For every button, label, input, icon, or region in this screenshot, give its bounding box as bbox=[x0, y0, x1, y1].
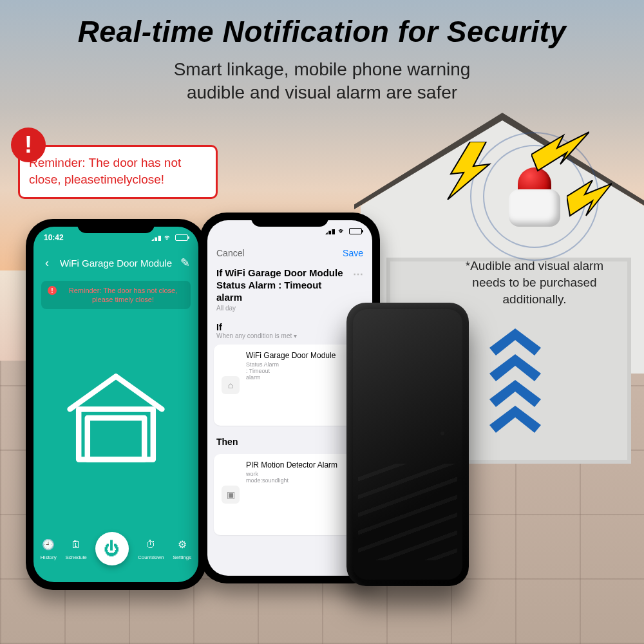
headline: Real-time Notification for Security bbox=[0, 14, 644, 49]
battery-icon bbox=[349, 228, 362, 234]
siren-note: *Audible and visual alarm needs to be pu… bbox=[451, 258, 618, 308]
alert-icon: ! bbox=[48, 286, 57, 295]
app-header: ‹ WiFi Garage Door Module ✎ bbox=[33, 249, 198, 277]
if-condition-card[interactable]: ⌂ WiFi Garage Door Module Status Alarm :… bbox=[214, 345, 366, 426]
lightning-icon bbox=[444, 142, 496, 200]
lightning-icon bbox=[531, 126, 589, 177]
svg-marker-4 bbox=[489, 380, 541, 407]
wifi-icon: ᯤ bbox=[338, 227, 346, 236]
signal-icon bbox=[325, 228, 335, 234]
svg-marker-6 bbox=[489, 328, 541, 355]
svg-marker-5 bbox=[489, 354, 541, 381]
settings-icon: ⚙ bbox=[175, 538, 189, 552]
nav-settings[interactable]: ⚙ Settings bbox=[173, 538, 191, 560]
svg-marker-3 bbox=[489, 406, 541, 433]
svg-marker-0 bbox=[448, 142, 489, 200]
sensor-device bbox=[346, 303, 469, 586]
card-title: WiFi Garage Door Module bbox=[246, 351, 348, 360]
subline-1: Smart linkage, mobile phone warning bbox=[174, 59, 471, 79]
garage-icon: ⌂ bbox=[222, 376, 240, 394]
svg-rect-8 bbox=[88, 418, 144, 460]
alert-banner: ! Reminder: The door has not close, plea… bbox=[41, 281, 191, 309]
alert-text: Reminder: The door has not close, please… bbox=[62, 286, 184, 304]
lightning-icon bbox=[567, 180, 612, 225]
back-button[interactable]: ‹ bbox=[37, 253, 57, 272]
card-sub: work mode:soundlight bbox=[246, 471, 281, 529]
automation-title-text: If WiFi Garage Door Module Status Alarm … bbox=[216, 267, 349, 303]
svg-marker-2 bbox=[567, 180, 612, 216]
bottom-nav: 🕘 History 🗓 Schedule ⏻ ⏱ Countdown ⚙ Set… bbox=[33, 527, 198, 582]
wifi-icon: 󠀠ᯤ bbox=[164, 233, 172, 242]
then-action-card[interactable]: ▣ PIR Motion Detector Alarm work mode:so… bbox=[214, 454, 366, 535]
nav-label: Schedule bbox=[65, 554, 86, 560]
if-label: If bbox=[216, 322, 297, 332]
signal-icon bbox=[151, 234, 161, 241]
nav-history[interactable]: 🕘 History bbox=[41, 538, 57, 560]
nav-schedule[interactable]: 🗓 Schedule bbox=[65, 538, 86, 560]
if-sublabel[interactable]: When any condition is met ▾ bbox=[216, 332, 297, 339]
subline-2: audible and visual alarm are safer bbox=[187, 82, 457, 102]
svg-marker-1 bbox=[531, 132, 589, 171]
automation-title: If WiFi Garage Door Module Status Alarm … bbox=[207, 264, 372, 303]
status-time: 10:42 bbox=[44, 233, 64, 242]
more-button[interactable]: ⋯ bbox=[353, 268, 363, 280]
history-icon: 🕘 bbox=[41, 538, 55, 552]
subheadline: Smart linkage, mobile phone warning audi… bbox=[0, 58, 644, 104]
garage-icon[interactable] bbox=[33, 309, 198, 527]
edit-button[interactable]: ✎ bbox=[175, 253, 194, 272]
nav-label: Settings bbox=[173, 554, 191, 560]
pir-icon: ▣ bbox=[222, 486, 240, 504]
nav-label: Countdown bbox=[138, 554, 164, 560]
nav-label: History bbox=[41, 554, 57, 560]
phone-device-app: 10:42 󠀠ᯤ ‹ WiFi Garage Door Module ✎ ! R… bbox=[26, 219, 206, 590]
save-button[interactable]: Save bbox=[343, 248, 363, 258]
countdown-icon: ⏱ bbox=[144, 538, 158, 552]
battery-icon bbox=[175, 234, 188, 241]
card-title: PIR Motion Detector Alarm bbox=[246, 460, 348, 469]
reminder-callout: ! Reminder: The door has not close, plea… bbox=[18, 145, 218, 199]
exclaim-icon: ! bbox=[11, 128, 46, 162]
motion-arrows-icon bbox=[477, 322, 547, 447]
app-title: WiFi Garage Door Module bbox=[60, 258, 172, 269]
card-sub: Status Alarm : Timeout alarm bbox=[246, 361, 281, 419]
cancel-button[interactable]: Cancel bbox=[216, 248, 245, 258]
then-label: Then bbox=[216, 437, 238, 447]
nav-countdown[interactable]: ⏱ Countdown bbox=[138, 538, 164, 560]
schedule-icon: 🗓 bbox=[69, 538, 83, 552]
power-button[interactable]: ⏻ bbox=[95, 532, 129, 565]
reminder-text: Reminder: The door has not close, please… bbox=[29, 155, 207, 188]
